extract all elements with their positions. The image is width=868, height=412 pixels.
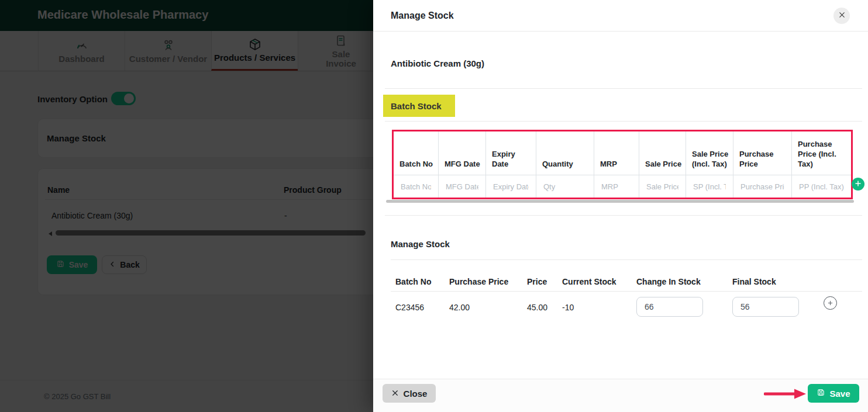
batch-col-header: Batch No (394, 131, 438, 175)
sale-price-input[interactable] (639, 175, 686, 198)
divider (373, 31, 868, 32)
plus-icon (855, 179, 862, 189)
mrp-input[interactable] (594, 175, 639, 198)
batch-col-header: Expiry Date (486, 131, 536, 175)
screen: Medicare Wholesale Pharmacy Dashboard Cu… (0, 0, 868, 412)
close-button[interactable]: Close (383, 384, 436, 403)
col-header-final-stock: Final Stock (732, 277, 776, 286)
mfg-date-input[interactable] (439, 175, 485, 198)
batch-col-header: Sale Price (Incl. Tax) (686, 131, 733, 175)
modal-close-button[interactable] (833, 8, 850, 24)
manage-stock-section-heading: Manage Stock (391, 239, 450, 249)
cell-price: 45.00 (527, 303, 547, 312)
batch-column: Sale Price (Incl. Tax) (686, 131, 733, 198)
batch-column: Purchase Price (Incl. Tax) (792, 131, 851, 198)
modal-save-button[interactable]: Save (808, 384, 859, 403)
final-stock-input[interactable] (732, 297, 799, 317)
cell-current-stock: -10 (562, 303, 574, 312)
cell-batch-no: C23456 (395, 303, 424, 312)
batch-column: Sale Price (639, 131, 686, 198)
batch-column: MRP (594, 131, 639, 198)
col-header-purchase-price: Purchase Price (449, 277, 508, 286)
quantity-input[interactable] (536, 175, 594, 198)
divider (391, 259, 862, 260)
col-header-current-stock: Current Stock (562, 277, 616, 286)
batch-col-header: MFG Date (439, 131, 485, 175)
batch-col-header: Purchase Price (Incl. Tax) (792, 131, 851, 175)
batch-stock-highlight: Batch Stock (383, 95, 455, 117)
divider (385, 121, 862, 122)
batch-column: Batch No (394, 131, 439, 198)
sale-price-incl-tax-input[interactable] (686, 175, 733, 198)
batch-col-header: Quantity (536, 131, 594, 175)
cell-purchase-price: 42.00 (449, 303, 470, 312)
batch-stock-heading: Batch Stock (391, 101, 442, 111)
divider (391, 291, 862, 292)
manage-stock-modal: Manage Stock Antibiotic Cream (30g) Batc… (373, 0, 868, 412)
batch-column: Purchase Price (733, 131, 792, 198)
col-header-change-in-stock: Change In Stock (636, 277, 701, 286)
close-x-icon (391, 389, 399, 399)
add-stock-row-button[interactable] (824, 296, 837, 310)
batch-column: MFG Date (439, 131, 486, 198)
modal-save-button-label: Save (829, 389, 850, 399)
batch-stock-table-annotation-box: Batch No MFG Date Expiry Date Quantity M… (392, 130, 853, 199)
batch-col-header: Purchase Price (733, 131, 791, 175)
save-disk-icon (817, 388, 825, 399)
add-batch-row-button[interactable] (852, 178, 864, 191)
expiry-date-input[interactable] (486, 175, 536, 198)
batch-table-scrollbar[interactable] (386, 200, 854, 203)
annotation-arrow (764, 388, 807, 402)
close-icon (838, 11, 846, 21)
divider (385, 215, 862, 216)
batch-column: Expiry Date (486, 131, 536, 198)
modal-title: Manage Stock (391, 11, 454, 21)
close-button-label: Close (404, 389, 428, 399)
plus-icon (827, 298, 833, 309)
batch-column: Quantity (536, 131, 594, 198)
batch-col-header: Sale Price (639, 131, 686, 175)
col-header-price: Price (527, 277, 547, 286)
change-in-stock-input[interactable] (636, 297, 703, 317)
purchase-price-input[interactable] (733, 175, 791, 198)
batch-no-input[interactable] (394, 175, 438, 198)
modal-product-name: Antibiotic Cream (30g) (391, 58, 484, 68)
col-header-batch-no: Batch No (395, 277, 431, 286)
purchase-price-incl-tax-input[interactable] (792, 175, 851, 198)
divider (385, 88, 862, 89)
batch-col-header: MRP (594, 131, 639, 175)
